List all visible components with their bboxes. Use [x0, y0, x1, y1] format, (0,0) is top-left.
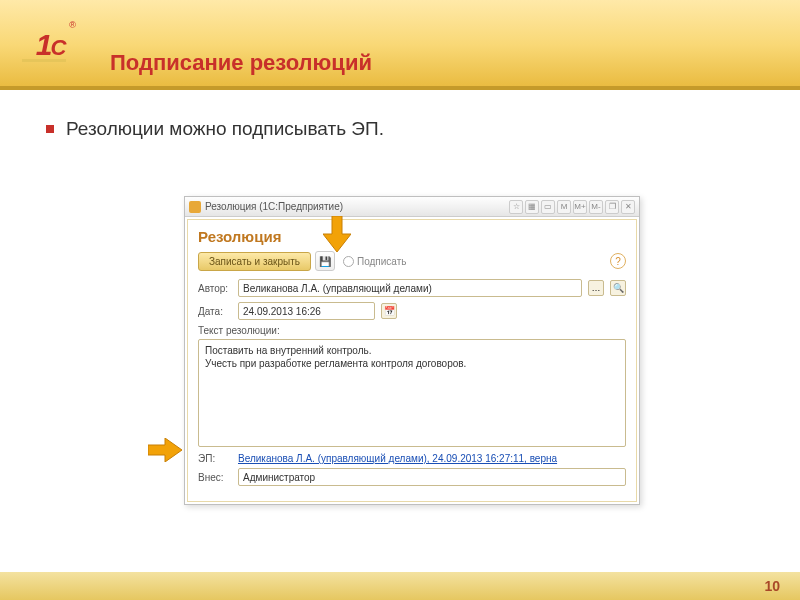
- slide-title: Подписание резолюций: [110, 50, 800, 76]
- calendar-icon[interactable]: 📅: [381, 303, 397, 319]
- lookup-icon[interactable]: 🔍: [610, 280, 626, 296]
- fav-icon[interactable]: ☆: [509, 200, 523, 214]
- vnes-input[interactable]: [238, 468, 626, 486]
- close-icon[interactable]: ✕: [621, 200, 635, 214]
- grid-icon[interactable]: ▦: [525, 200, 539, 214]
- calc-icon[interactable]: ▭: [541, 200, 555, 214]
- content-area: Резолюции можно подписывать ЭП.: [0, 90, 800, 168]
- help-icon[interactable]: ?: [610, 253, 626, 269]
- author-label: Автор:: [198, 283, 232, 294]
- toolbar: Записать и закрыть 💾 Подписать ?: [198, 251, 626, 271]
- bullet-item: Резолюции можно подписывать ЭП.: [46, 118, 754, 140]
- ellipsis-button[interactable]: …: [588, 280, 604, 296]
- date-label: Дата:: [198, 306, 232, 317]
- pointer-arrow-right-icon: [148, 438, 182, 462]
- slide-header: ® Подписание резолюций: [0, 0, 800, 90]
- resolution-text-input[interactable]: Поставить на внутренний контроль. Учесть…: [198, 339, 626, 447]
- sign-label: Подписать: [357, 256, 407, 267]
- ep-signature-link[interactable]: Великанова Л.А. (управляющий делами), 24…: [238, 453, 557, 464]
- text-label: Текст резолюции:: [198, 325, 626, 336]
- page-number: 10: [764, 578, 780, 594]
- m-plus-button[interactable]: M+: [573, 200, 587, 214]
- sign-button[interactable]: Подписать: [339, 254, 411, 269]
- window-title: Резолюция (1С:Предприятие): [205, 201, 505, 212]
- m-minus-button[interactable]: M-: [589, 200, 603, 214]
- window-titlebar[interactable]: Резолюция (1С:Предприятие) ☆ ▦ ▭ M M+ M-…: [185, 197, 639, 217]
- slide-footer: [0, 572, 800, 600]
- resolution-window: Резолюция (1С:Предприятие) ☆ ▦ ▭ M M+ M-…: [184, 196, 640, 505]
- app-icon: [189, 201, 201, 213]
- author-input[interactable]: [238, 279, 582, 297]
- ep-label: ЭП:: [198, 453, 232, 464]
- svg-marker-1: [148, 438, 182, 462]
- bullet-text: Резолюции можно подписывать ЭП.: [66, 118, 384, 140]
- restore-icon[interactable]: ❐: [605, 200, 619, 214]
- m-button[interactable]: M: [557, 200, 571, 214]
- save-close-button[interactable]: Записать и закрыть: [198, 252, 311, 271]
- vnes-label: Внес:: [198, 472, 232, 483]
- logo-1c: ®: [0, 0, 100, 90]
- date-input[interactable]: [238, 302, 375, 320]
- bullet-icon: [46, 125, 54, 133]
- sign-circle-icon: [343, 256, 354, 267]
- save-icon-button[interactable]: 💾: [315, 251, 335, 271]
- form-title: Резолюция: [198, 228, 626, 245]
